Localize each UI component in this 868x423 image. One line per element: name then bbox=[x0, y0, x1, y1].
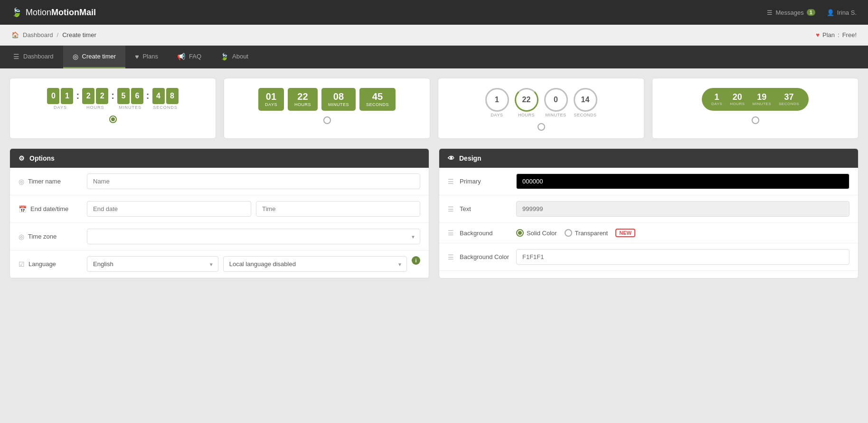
text-drag-handle: ☰ bbox=[448, 205, 454, 213]
options-panel: ⚙ Options ◎ Timer name 📅 End date/time bbox=[9, 148, 429, 279]
solid-color-radio[interactable] bbox=[516, 229, 524, 237]
timezone-text: Time zone bbox=[28, 233, 57, 240]
time-input[interactable] bbox=[256, 201, 420, 217]
background-color-input[interactable] bbox=[516, 249, 849, 265]
pill-timer-inner: 1 DAYS 20 HOURS 19 MINUTES 37 SECONDS bbox=[702, 88, 809, 111]
primary-color-wrapper bbox=[516, 173, 849, 189]
design-panel-title: Design bbox=[459, 154, 481, 162]
timer-style-selector: 0 1 DAYS : 2 2 HOURS : 5 bbox=[9, 78, 859, 139]
primary-drag-handle: ☰ bbox=[448, 178, 454, 185]
options-gear-icon: ⚙ bbox=[19, 154, 25, 162]
end-date-label: 📅 End date/time bbox=[19, 205, 80, 213]
solid-color-option[interactable]: Solid Color bbox=[516, 229, 557, 237]
primary-label-text: Primary bbox=[460, 178, 481, 185]
app-logo: 🍃 MotionMotionMail bbox=[11, 7, 96, 18]
end-date-input[interactable] bbox=[87, 201, 251, 217]
transparent-radio[interactable] bbox=[565, 229, 572, 237]
menu-icon: ☰ bbox=[767, 9, 773, 16]
breadcrumb-home[interactable]: Dashboard bbox=[23, 31, 53, 38]
language-icon: ☑ bbox=[19, 260, 25, 268]
timer-card-circle[interactable]: 1 DAYS 22 HOURS 0 MINUTES bbox=[438, 78, 644, 139]
primary-label: ☰ Primary bbox=[448, 178, 509, 185]
top-navigation: 🍃 MotionMotionMail ☰ Messages 1 👤 Irina … bbox=[0, 0, 868, 25]
background-label: ☰ Background bbox=[448, 229, 509, 237]
flip-days: 0 1 DAYS bbox=[47, 88, 73, 110]
timezone-select[interactable] bbox=[87, 229, 420, 244]
timer-name-row: ◎ Timer name bbox=[10, 168, 429, 195]
nav-item-about[interactable]: 🍃 About bbox=[211, 46, 258, 68]
timezone-icon: ◎ bbox=[19, 233, 24, 240]
timer-radio-pill[interactable] bbox=[752, 116, 759, 124]
user-icon: 👤 bbox=[827, 9, 834, 16]
language-info-icon[interactable]: i bbox=[412, 256, 420, 265]
logo-icon: 🍃 bbox=[11, 7, 22, 18]
timer-name-text: Timer name bbox=[28, 178, 61, 185]
panels-row: ⚙ Options ◎ Timer name 📅 End date/time bbox=[9, 148, 859, 279]
nav-item-faq[interactable]: 📢 FAQ bbox=[168, 46, 211, 68]
timer-card-block[interactable]: 01 DAYS 22 HOURS 08 MINUTES 45 SECONDS bbox=[224, 78, 430, 139]
language-text: Language bbox=[28, 260, 56, 268]
nav-item-dashboard[interactable]: ☰ Dashboard bbox=[4, 46, 63, 68]
pill-timer-preview: 1 DAYS 20 HOURS 19 MINUTES 37 SECONDS bbox=[702, 88, 809, 111]
text-color-input[interactable] bbox=[516, 201, 849, 217]
breadcrumb-current: Create timer bbox=[62, 31, 96, 38]
block-minutes: 08 MINUTES bbox=[321, 88, 356, 111]
timezone-select-wrapper bbox=[87, 229, 420, 244]
nav-item-create-timer[interactable]: ◎ Create timer bbox=[63, 46, 126, 68]
background-color-row: ☰ Background Color bbox=[439, 243, 858, 271]
timer-radio-circle[interactable] bbox=[538, 123, 545, 131]
breadcrumb-separator: / bbox=[57, 31, 59, 38]
block-hours: 22 HOURS bbox=[288, 88, 318, 111]
home-icon: 🏠 bbox=[11, 31, 19, 38]
content-area: 0 1 DAYS : 2 2 HOURS : 5 bbox=[0, 68, 868, 288]
nav-item-plans[interactable]: ♥ Plans bbox=[125, 46, 168, 68]
text-label-text: Text bbox=[460, 205, 471, 212]
user-nav[interactable]: 👤 Irina S. bbox=[827, 9, 857, 16]
pill-days: 1 DAYS bbox=[711, 93, 722, 106]
background-color-label-text: Background Color bbox=[460, 253, 509, 260]
text-color-label: ☰ Text bbox=[448, 205, 509, 213]
end-date-inputs bbox=[87, 201, 420, 217]
options-panel-title: Options bbox=[29, 154, 55, 162]
plans-icon: ♥ bbox=[135, 53, 139, 60]
nav-label-about: About bbox=[232, 53, 248, 60]
timer-radio-block[interactable] bbox=[323, 116, 331, 124]
plan-label: Plan bbox=[822, 31, 835, 38]
end-date-row: 📅 End date/time bbox=[10, 195, 429, 223]
new-badge: NEW bbox=[615, 229, 635, 237]
messages-label: Messages bbox=[775, 9, 803, 16]
block-days: 01 DAYS bbox=[258, 88, 284, 111]
options-panel-header: ⚙ Options bbox=[10, 149, 429, 168]
flip-min-2: 6 bbox=[131, 88, 143, 104]
design-eye-icon: 👁 bbox=[448, 154, 454, 162]
flip-day-1: 0 bbox=[47, 88, 59, 104]
transparent-option[interactable]: Transparent bbox=[565, 229, 608, 237]
local-lang-select[interactable]: Local language disabled Local language e… bbox=[223, 256, 407, 272]
language-select[interactable]: English French German Spanish bbox=[87, 256, 218, 272]
flip-minutes: 5 6 MINUTES bbox=[117, 88, 143, 110]
primary-color-row: ☰ Primary bbox=[439, 168, 858, 195]
solid-color-label: Solid Color bbox=[527, 230, 557, 237]
plan-separator: : bbox=[838, 31, 840, 38]
pill-hours: 20 HOURS bbox=[730, 93, 745, 106]
messages-badge: 1 bbox=[807, 9, 815, 16]
nav-label-dashboard: Dashboard bbox=[23, 53, 54, 60]
nav-label-create-timer: Create timer bbox=[82, 53, 116, 60]
flip-min-1: 5 bbox=[117, 88, 130, 104]
messages-nav[interactable]: ☰ Messages 1 bbox=[767, 9, 815, 16]
language-label: ☑ Language bbox=[19, 260, 80, 268]
timer-card-flip[interactable]: 0 1 DAYS : 2 2 HOURS : 5 bbox=[9, 78, 216, 139]
design-panel-body: ☰ Primary ☰ Text bbox=[439, 168, 858, 271]
flip-timer-preview: 0 1 DAYS : 2 2 HOURS : 5 bbox=[47, 88, 178, 110]
timer-card-pill[interactable]: 1 DAYS 20 HOURS 19 MINUTES 37 SECONDS bbox=[652, 78, 859, 139]
transparent-label: Transparent bbox=[575, 230, 608, 237]
circle-days: 1 DAYS bbox=[485, 88, 509, 117]
breadcrumb: 🏠 Dashboard / Create timer bbox=[11, 31, 96, 38]
background-row: ☰ Background Solid Color Transparent NEW bbox=[439, 223, 858, 243]
primary-color-input[interactable] bbox=[516, 173, 849, 189]
logo-text: MotionMotionMail bbox=[26, 8, 96, 18]
flip-hours: 2 2 HOURS bbox=[82, 88, 108, 110]
timer-radio-flip[interactable] bbox=[109, 115, 117, 123]
end-date-text: End date/time bbox=[30, 205, 68, 212]
timer-name-input[interactable] bbox=[87, 173, 420, 189]
